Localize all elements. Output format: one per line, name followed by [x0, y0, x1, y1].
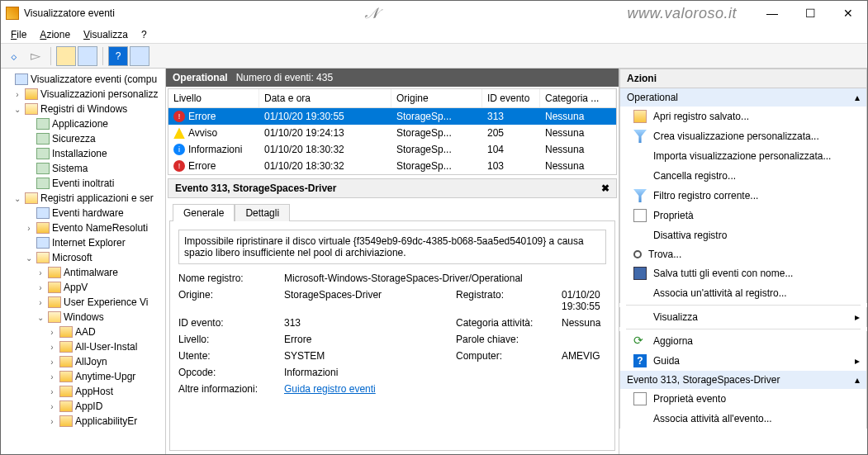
- error-icon: !: [173, 160, 185, 172]
- toolbar-btn-2[interactable]: [78, 46, 97, 66]
- tree-item[interactable]: Eventi inoltrati: [1, 176, 165, 191]
- tree-item[interactable]: ›All-User-Instal: [1, 339, 165, 354]
- detail-header: Evento 313, StorageSpaces-Driver ✖: [168, 178, 617, 198]
- action-properties[interactable]: Proprietà: [619, 206, 867, 225]
- tree-root[interactable]: Visualizzatore eventi (compu: [1, 72, 165, 87]
- tree-windows-node[interactable]: ⌄Windows: [1, 310, 165, 325]
- watermark-logo: 𝒩: [115, 5, 628, 22]
- title-bar: Visualizzatore eventi 𝒩 www.valoroso.it …: [1, 1, 867, 26]
- tree-item[interactable]: ›Antimalware: [1, 265, 165, 280]
- tree-item[interactable]: Eventi hardware: [1, 206, 165, 220]
- log-help-link[interactable]: Guida registro eventi: [284, 383, 449, 395]
- detail-close-icon[interactable]: ✖: [601, 182, 609, 194]
- tree-item[interactable]: ›User Experience Vi: [1, 295, 165, 310]
- action-create-view[interactable]: Crea visualizzazione personalizzata...: [619, 126, 867, 146]
- action-attach-task[interactable]: Associa un'attività al registro...: [619, 283, 867, 303]
- event-message: Impossibile ripristinare il disco virtua…: [178, 230, 606, 264]
- tab-details[interactable]: Dettagli: [235, 204, 290, 221]
- tree-app-logs[interactable]: ⌄Registri applicazioni e ser: [1, 191, 165, 206]
- col-source[interactable]: Origine: [391, 89, 482, 107]
- tree-microsoft[interactable]: ⌄Microsoft: [1, 250, 165, 265]
- action-find[interactable]: Trova...: [619, 245, 867, 263]
- chevron-right-icon: ▸: [855, 355, 860, 367]
- chevron-right-icon: ▸: [855, 311, 860, 323]
- actions-panel: Azioni Operational▴ Apri registro salvat…: [619, 69, 867, 454]
- toolbar: ⬦ ▻ ?: [1, 44, 867, 69]
- tree-item[interactable]: ›AppHost: [1, 384, 165, 399]
- events-panel: Operational Numero di eventi: 435 Livell…: [166, 69, 619, 454]
- col-id[interactable]: ID evento: [482, 89, 540, 107]
- help-icon: ?: [633, 354, 647, 367]
- events-grid[interactable]: Livello Data e ora Origine ID evento Cat…: [168, 88, 617, 175]
- action-help[interactable]: ?Guida▸: [619, 351, 867, 371]
- tree-item[interactable]: ›Evento NameResoluti: [1, 220, 165, 235]
- col-date[interactable]: Data e ora: [259, 89, 391, 107]
- action-clear-log[interactable]: Cancella registro...: [619, 166, 867, 186]
- info-icon: i: [173, 144, 185, 155]
- toolbar-btn-3[interactable]: [130, 46, 149, 66]
- toolbar-btn-1[interactable]: [56, 46, 76, 66]
- action-event-attach-task[interactable]: Associa attività all'evento...: [619, 409, 867, 429]
- table-row[interactable]: iInformazioni 01/10/20 18:30:32StorageSp…: [168, 141, 616, 158]
- tree-item[interactable]: Applicazione: [1, 116, 165, 131]
- filter-icon: [633, 130, 647, 143]
- col-cat[interactable]: Categoria ...: [540, 89, 616, 107]
- collapse-icon[interactable]: ▴: [855, 92, 860, 103]
- menu-bar: FFileile Azione Visualizza ?: [1, 26, 867, 44]
- back-button[interactable]: ⬦: [4, 46, 24, 66]
- tree-item[interactable]: Sicurezza: [1, 131, 165, 146]
- refresh-icon: ⟳: [633, 334, 647, 348]
- tree-item[interactable]: ›AAD: [1, 325, 165, 339]
- close-button[interactable]: ✕: [829, 1, 867, 26]
- menu-action[interactable]: Azione: [35, 27, 75, 42]
- action-filter-log[interactable]: Filtro registro corrente...: [619, 186, 867, 206]
- action-open-log[interactable]: Apri registro salvato...: [619, 107, 867, 126]
- window-title: Visualizzatore eventi: [24, 7, 115, 19]
- action-event-properties[interactable]: Proprietà evento: [619, 389, 867, 409]
- tree-item[interactable]: Installazione: [1, 146, 165, 161]
- tree-item[interactable]: Internet Explorer: [1, 235, 165, 250]
- properties-icon: [633, 209, 647, 222]
- tab-general[interactable]: Generale: [173, 204, 235, 221]
- action-refresh[interactable]: ⟳Aggiorna: [619, 331, 867, 351]
- minimize-button[interactable]: —: [753, 1, 791, 26]
- tree-item[interactable]: ›AppID: [1, 399, 165, 414]
- warning-icon: [173, 127, 185, 139]
- menu-help[interactable]: ?: [136, 27, 152, 42]
- col-level[interactable]: Livello: [168, 89, 259, 107]
- forward-button[interactable]: ▻: [26, 46, 45, 66]
- table-row[interactable]: !Errore 01/10/20 18:30:32StorageSp...103…: [168, 158, 616, 174]
- event-properties: Nome registro:Microsoft-Windows-StorageS…: [178, 273, 606, 395]
- tree-windows-logs[interactable]: ⌄Registri di Windows: [1, 102, 165, 116]
- tree-item[interactable]: ›ApplicabilityEr: [1, 414, 165, 429]
- help-toolbar-button[interactable]: ?: [108, 46, 128, 66]
- action-import-view[interactable]: Importa visualizzazione personalizzata..…: [619, 146, 867, 166]
- actions-section-operational[interactable]: Operational▴: [619, 88, 867, 107]
- events-header: Operational Numero di eventi: 435: [166, 69, 619, 87]
- tree-item[interactable]: Sistema: [1, 161, 165, 176]
- tree-item[interactable]: ›AllJoyn: [1, 354, 165, 369]
- tree-item[interactable]: ›AppV: [1, 280, 165, 295]
- properties-icon: [633, 392, 647, 405]
- detail-tabs: Generale Dettagli: [173, 203, 612, 220]
- collapse-icon[interactable]: ▴: [855, 374, 860, 386]
- action-disable-log[interactable]: Disattiva registro: [619, 225, 867, 245]
- menu-view[interactable]: Visualizza: [78, 27, 133, 42]
- watermark-url: www.valoroso.it: [627, 5, 737, 22]
- filter-icon: [633, 189, 647, 202]
- navigation-tree[interactable]: Visualizzatore eventi (compu ›Visualizza…: [1, 69, 166, 454]
- maximize-button[interactable]: ☐: [791, 1, 829, 26]
- tree-custom-views[interactable]: ›Visualizzazioni personalizz: [1, 87, 165, 102]
- table-row[interactable]: Avviso 01/10/20 19:24:13StorageSp...205N…: [168, 125, 616, 141]
- actions-title: Azioni: [619, 69, 867, 88]
- menu-file[interactable]: FFileile: [6, 27, 31, 42]
- action-save-all[interactable]: Salva tutti gli eventi con nome...: [619, 263, 867, 283]
- grid-header[interactable]: Livello Data e ora Origine ID evento Cat…: [168, 89, 616, 108]
- find-icon: [633, 250, 642, 258]
- tree-item[interactable]: ›Anytime-Upgr: [1, 369, 165, 384]
- action-view[interactable]: Visualizza▸: [619, 307, 867, 327]
- folder-icon: [633, 110, 647, 123]
- actions-section-event[interactable]: Evento 313, StorageSpaces-Driver▴: [619, 371, 867, 389]
- table-row[interactable]: !Errore 01/10/20 19:30:55StorageSp...313…: [168, 108, 616, 125]
- save-icon: [633, 267, 647, 280]
